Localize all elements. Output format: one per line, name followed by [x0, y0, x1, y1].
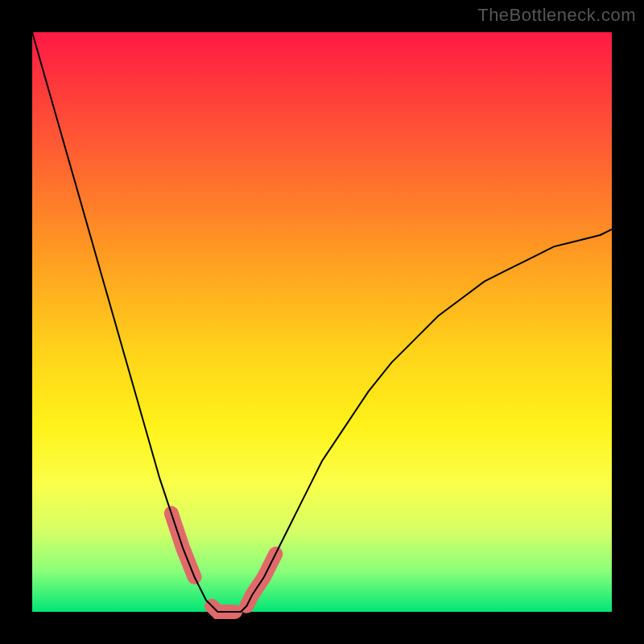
- plot-area: [32, 32, 612, 612]
- bottleneck-curve: [32, 32, 612, 612]
- watermark-text: TheBottleneck.com: [477, 5, 636, 26]
- chart-frame: TheBottleneck.com: [0, 0, 644, 644]
- curve-svg: [32, 32, 612, 612]
